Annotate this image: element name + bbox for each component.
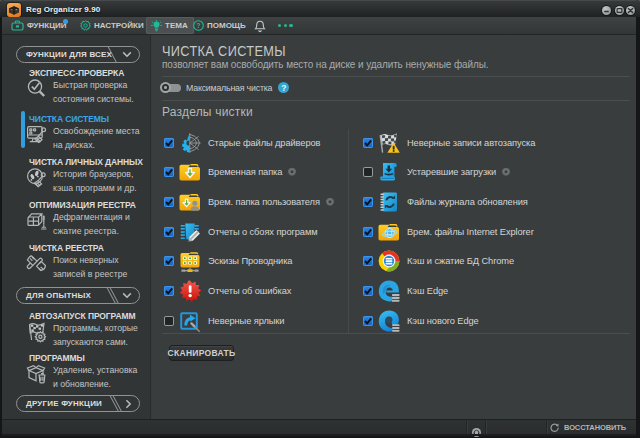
svg-text:?: ?	[196, 22, 200, 29]
chevron-right-icon	[125, 399, 132, 409]
notification-dot	[63, 19, 68, 24]
maximize-button[interactable]	[615, 6, 624, 15]
checkbox[interactable]	[164, 138, 174, 148]
scroll-download-icon	[377, 160, 401, 184]
cleanup-item[interactable]: Кэш и сжатие БД Chrome	[363, 246, 514, 276]
statusbar-divider	[485, 421, 486, 434]
menu-item-help[interactable]: ? ПОМОЩЬ	[193, 17, 246, 34]
other-functions-button[interactable]: ДРУГИЕ ФУНКЦИИ	[16, 395, 140, 412]
sidebar-item-desc: Удаление, установкаи обновление.	[53, 363, 137, 391]
max-clean-toggle[interactable]	[160, 82, 181, 93]
chevron-down-icon	[122, 292, 132, 299]
cleanup-item-label: Устаревшие загрузки	[407, 167, 496, 177]
checkbox[interactable]	[363, 227, 373, 237]
sidebar-item-express-check[interactable]: ЭКСПРЕСС-ПРОВЕРКАБыстрая проверкасостоян…	[2, 68, 150, 106]
separator	[162, 76, 630, 77]
checkbox[interactable]	[363, 197, 373, 207]
cleanup-item[interactable]: Отчеты об ошибках	[164, 276, 291, 306]
book-sync-icon	[377, 190, 401, 214]
scan-button[interactable]: СКАНИРОВАТЬ	[169, 345, 234, 361]
menu-item-theme[interactable]: ТЕМА	[146, 17, 194, 34]
flag-warning-icon	[377, 131, 401, 155]
menu-item-label: ФУНКЦИИ	[27, 21, 67, 30]
checkbox[interactable]	[363, 167, 373, 177]
sidebar-item-desc: Поиск неверныхзаписей в реестре	[53, 253, 127, 281]
close-button[interactable]	[626, 6, 635, 15]
chip-pencil-icon	[178, 220, 202, 244]
checkbox[interactable]	[363, 316, 373, 326]
settings-gear-icon[interactable]	[501, 167, 511, 177]
cleanup-item-label: Отчеты об ошибках	[208, 286, 291, 296]
cleanup-item-label: Кэш нового Edge	[407, 316, 479, 326]
cleanup-item[interactable]: Устаревшие загрузки	[363, 157, 511, 187]
chevron-down-icon	[122, 51, 132, 58]
sidebar-item-desc: Дефрагментация исжатие реестра.	[53, 210, 130, 238]
help-badge-icon[interactable]: ?	[278, 82, 289, 93]
more-menu-icon[interactable]	[278, 24, 293, 27]
sidebar-group-all[interactable]: ФУНКЦИИ ДЛЯ ВСЕХ	[16, 46, 140, 63]
sidebar-item-private-data[interactable]: ЧИСТКА ЛИЧНЫХ ДАННЫХИстория браузеров,кэ…	[2, 157, 150, 195]
folder-thumbnails-icon	[178, 249, 202, 273]
title-bar: Reg Organizer 9.90	[0, 0, 640, 17]
section-title: Разделы чистки	[162, 105, 253, 119]
cleanup-item[interactable]: Файлы журнала обновления	[363, 187, 528, 217]
sidebar-item-autorun[interactable]: АВТОЗАПУСК ПРОГРАММПрограммы, которыезап…	[2, 311, 150, 349]
checkbox[interactable]	[164, 316, 174, 326]
checkbox[interactable]	[363, 256, 373, 266]
box-trash-icon	[25, 362, 48, 385]
headset-icon[interactable]	[472, 423, 481, 432]
sidebar-item-desc: История браузеров,кэша программ и др.	[53, 167, 137, 195]
page-title: ЧИСТКА СИСТЕМЫ	[162, 42, 286, 59]
driver-gear-web-icon	[178, 131, 202, 155]
app-window: Reg Organizer 9.90 ФУНКЦИИ	[0, 0, 640, 438]
cleanup-item-label: Кэш Edge	[407, 286, 448, 296]
sidebar-item-registry-optim[interactable]: ОПТИМИЗАЦИЯ РЕЕСТРАДефрагментация исжати…	[2, 200, 150, 238]
cleanup-item[interactable]: Врем. файлы Internet Explorer	[363, 217, 534, 247]
checkbox[interactable]	[363, 286, 373, 296]
cleanup-item[interactable]: Врем. папка пользователя	[164, 187, 335, 217]
sidebar-group-advanced[interactable]: ДЛЯ ОПЫТНЫХ	[16, 287, 140, 304]
checkbox[interactable]	[164, 227, 174, 237]
menu-item-functions[interactable]: ФУНКЦИИ	[11, 17, 67, 34]
sidebar-item-registry-cleanup[interactable]: ЧИСТКА РЕЕСТРАПоиск неверныхзаписей в ре…	[2, 243, 150, 281]
column-divider	[348, 129, 349, 333]
brushes-icon	[25, 252, 48, 275]
statusbar-divider	[546, 421, 547, 434]
cleanup-item[interactable]: Кэш нового Edge	[363, 306, 479, 336]
compress-box-icon	[25, 209, 48, 232]
settings-gear-icon[interactable]	[287, 167, 297, 177]
sidebar-item-system-cleanup[interactable]: ЧИСТКА СИСТЕМЫОсвобождение местана диска…	[2, 114, 150, 152]
shortcut-arrow-icon	[178, 309, 202, 333]
cleanup-item-label: Кэш и сжатие БД Chrome	[407, 256, 514, 266]
cleanup-item[interactable]: Старые файлы драйверов	[164, 128, 320, 158]
cleanup-item-label: Врем. папка пользователя	[208, 197, 320, 207]
settings-gear-icon[interactable]	[325, 197, 335, 207]
folder-down-arrow-icon	[178, 160, 202, 184]
checkbox[interactable]	[164, 167, 174, 177]
minimize-button[interactable]	[602, 6, 611, 15]
cleanup-item-label: Неверные записи автозапуска	[407, 138, 535, 148]
sidebar-item-programs[interactable]: ПРОГРАММЫУдаление, установкаи обновление…	[2, 353, 150, 391]
toolbox-icon	[11, 20, 24, 31]
checkbox[interactable]	[363, 138, 373, 148]
restore-button[interactable]: ВОССТАНОВИТЬ	[549, 420, 626, 435]
sidebar-group-label: ФУНКЦИИ ДЛЯ ВСЕХ	[17, 50, 112, 59]
main-panel: ЧИСТКА СИСТЕМЫ позволяет вам освободить …	[152, 35, 636, 419]
cleanup-item[interactable]: Кэш Edge	[363, 276, 448, 306]
menu-item-settings[interactable]: НАСТРОЙКИ	[80, 17, 144, 34]
checkbox[interactable]	[164, 286, 174, 296]
checkbox[interactable]	[164, 197, 174, 207]
chrome-icon	[377, 249, 401, 273]
help-icon: ?	[193, 20, 204, 31]
edge-icon	[377, 279, 401, 303]
toggle-label: Максимальная чистка	[186, 83, 272, 93]
checkbox[interactable]	[164, 256, 174, 266]
cleanup-item[interactable]: Неверные записи автозапуска	[363, 128, 535, 158]
cleanup-item[interactable]: Временная папка	[164, 157, 297, 187]
menu-item-label: ТЕМА	[165, 21, 188, 30]
cleanup-item[interactable]: Эскизы Проводника	[164, 246, 292, 276]
cleanup-item[interactable]: Отчеты о сбоях программ	[164, 217, 317, 247]
bulb-icon	[151, 20, 162, 32]
restore-icon	[549, 422, 560, 433]
cleanup-item[interactable]: Неверные ярлыки	[164, 306, 284, 336]
